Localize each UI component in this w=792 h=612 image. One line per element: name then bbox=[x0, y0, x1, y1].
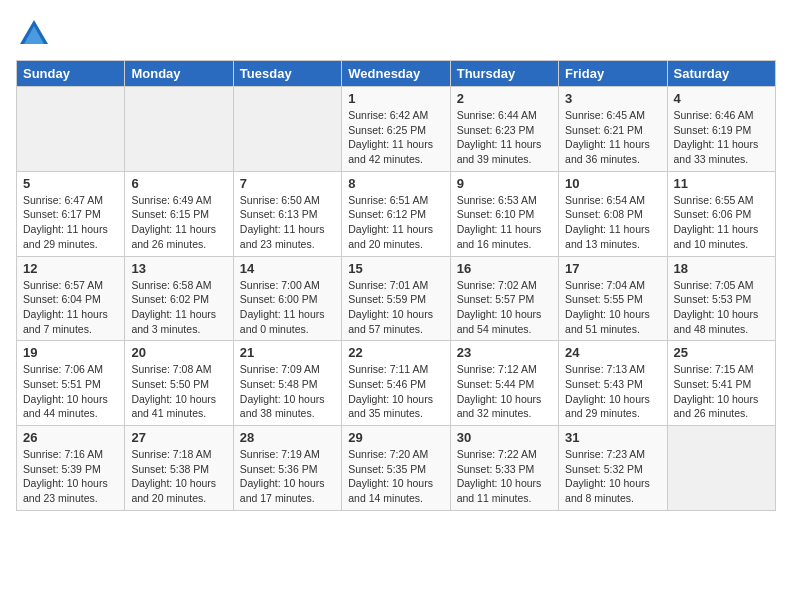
day-number: 16 bbox=[457, 261, 552, 276]
day-info: Sunrise: 7:02 AM Sunset: 5:57 PM Dayligh… bbox=[457, 278, 552, 337]
day-number: 9 bbox=[457, 176, 552, 191]
day-number: 13 bbox=[131, 261, 226, 276]
day-number: 19 bbox=[23, 345, 118, 360]
day-info: Sunrise: 7:15 AM Sunset: 5:41 PM Dayligh… bbox=[674, 362, 769, 421]
day-number: 29 bbox=[348, 430, 443, 445]
day-info: Sunrise: 6:51 AM Sunset: 6:12 PM Dayligh… bbox=[348, 193, 443, 252]
day-info: Sunrise: 7:08 AM Sunset: 5:50 PM Dayligh… bbox=[131, 362, 226, 421]
calendar-cell: 24Sunrise: 7:13 AM Sunset: 5:43 PM Dayli… bbox=[559, 341, 667, 426]
day-info: Sunrise: 7:04 AM Sunset: 5:55 PM Dayligh… bbox=[565, 278, 660, 337]
calendar-cell: 18Sunrise: 7:05 AM Sunset: 5:53 PM Dayli… bbox=[667, 256, 775, 341]
day-number: 7 bbox=[240, 176, 335, 191]
calendar-week-row: 1Sunrise: 6:42 AM Sunset: 6:25 PM Daylig… bbox=[17, 87, 776, 172]
calendar-week-row: 12Sunrise: 6:57 AM Sunset: 6:04 PM Dayli… bbox=[17, 256, 776, 341]
day-number: 11 bbox=[674, 176, 769, 191]
calendar-cell bbox=[233, 87, 341, 172]
calendar-cell: 16Sunrise: 7:02 AM Sunset: 5:57 PM Dayli… bbox=[450, 256, 558, 341]
calendar-cell: 13Sunrise: 6:58 AM Sunset: 6:02 PM Dayli… bbox=[125, 256, 233, 341]
day-number: 3 bbox=[565, 91, 660, 106]
day-info: Sunrise: 6:55 AM Sunset: 6:06 PM Dayligh… bbox=[674, 193, 769, 252]
calendar-cell: 22Sunrise: 7:11 AM Sunset: 5:46 PM Dayli… bbox=[342, 341, 450, 426]
calendar-cell: 14Sunrise: 7:00 AM Sunset: 6:00 PM Dayli… bbox=[233, 256, 341, 341]
day-info: Sunrise: 7:13 AM Sunset: 5:43 PM Dayligh… bbox=[565, 362, 660, 421]
day-number: 2 bbox=[457, 91, 552, 106]
logo-icon bbox=[16, 16, 52, 52]
day-number: 23 bbox=[457, 345, 552, 360]
day-info: Sunrise: 7:00 AM Sunset: 6:00 PM Dayligh… bbox=[240, 278, 335, 337]
calendar-cell: 9Sunrise: 6:53 AM Sunset: 6:10 PM Daylig… bbox=[450, 171, 558, 256]
day-header-friday: Friday bbox=[559, 61, 667, 87]
calendar-cell: 10Sunrise: 6:54 AM Sunset: 6:08 PM Dayli… bbox=[559, 171, 667, 256]
calendar-cell: 29Sunrise: 7:20 AM Sunset: 5:35 PM Dayli… bbox=[342, 426, 450, 511]
day-number: 15 bbox=[348, 261, 443, 276]
day-info: Sunrise: 7:01 AM Sunset: 5:59 PM Dayligh… bbox=[348, 278, 443, 337]
day-info: Sunrise: 7:18 AM Sunset: 5:38 PM Dayligh… bbox=[131, 447, 226, 506]
calendar-cell: 25Sunrise: 7:15 AM Sunset: 5:41 PM Dayli… bbox=[667, 341, 775, 426]
day-number: 17 bbox=[565, 261, 660, 276]
day-info: Sunrise: 7:16 AM Sunset: 5:39 PM Dayligh… bbox=[23, 447, 118, 506]
day-header-wednesday: Wednesday bbox=[342, 61, 450, 87]
day-number: 12 bbox=[23, 261, 118, 276]
day-number: 25 bbox=[674, 345, 769, 360]
calendar-cell bbox=[667, 426, 775, 511]
day-info: Sunrise: 6:53 AM Sunset: 6:10 PM Dayligh… bbox=[457, 193, 552, 252]
calendar-week-row: 26Sunrise: 7:16 AM Sunset: 5:39 PM Dayli… bbox=[17, 426, 776, 511]
day-info: Sunrise: 6:57 AM Sunset: 6:04 PM Dayligh… bbox=[23, 278, 118, 337]
day-info: Sunrise: 7:19 AM Sunset: 5:36 PM Dayligh… bbox=[240, 447, 335, 506]
calendar-cell bbox=[17, 87, 125, 172]
day-number: 20 bbox=[131, 345, 226, 360]
calendar-cell: 11Sunrise: 6:55 AM Sunset: 6:06 PM Dayli… bbox=[667, 171, 775, 256]
day-info: Sunrise: 6:50 AM Sunset: 6:13 PM Dayligh… bbox=[240, 193, 335, 252]
day-number: 28 bbox=[240, 430, 335, 445]
day-info: Sunrise: 7:23 AM Sunset: 5:32 PM Dayligh… bbox=[565, 447, 660, 506]
calendar-cell: 7Sunrise: 6:50 AM Sunset: 6:13 PM Daylig… bbox=[233, 171, 341, 256]
day-info: Sunrise: 6:44 AM Sunset: 6:23 PM Dayligh… bbox=[457, 108, 552, 167]
calendar-cell: 4Sunrise: 6:46 AM Sunset: 6:19 PM Daylig… bbox=[667, 87, 775, 172]
day-info: Sunrise: 6:49 AM Sunset: 6:15 PM Dayligh… bbox=[131, 193, 226, 252]
calendar-table: SundayMondayTuesdayWednesdayThursdayFrid… bbox=[16, 60, 776, 511]
calendar-cell: 8Sunrise: 6:51 AM Sunset: 6:12 PM Daylig… bbox=[342, 171, 450, 256]
day-info: Sunrise: 7:05 AM Sunset: 5:53 PM Dayligh… bbox=[674, 278, 769, 337]
calendar-cell: 6Sunrise: 6:49 AM Sunset: 6:15 PM Daylig… bbox=[125, 171, 233, 256]
day-info: Sunrise: 6:42 AM Sunset: 6:25 PM Dayligh… bbox=[348, 108, 443, 167]
calendar-cell: 19Sunrise: 7:06 AM Sunset: 5:51 PM Dayli… bbox=[17, 341, 125, 426]
logo bbox=[16, 16, 56, 52]
day-number: 21 bbox=[240, 345, 335, 360]
calendar-cell: 26Sunrise: 7:16 AM Sunset: 5:39 PM Dayli… bbox=[17, 426, 125, 511]
day-info: Sunrise: 7:09 AM Sunset: 5:48 PM Dayligh… bbox=[240, 362, 335, 421]
day-header-sunday: Sunday bbox=[17, 61, 125, 87]
calendar-cell: 31Sunrise: 7:23 AM Sunset: 5:32 PM Dayli… bbox=[559, 426, 667, 511]
calendar-cell: 21Sunrise: 7:09 AM Sunset: 5:48 PM Dayli… bbox=[233, 341, 341, 426]
calendar-header-row: SundayMondayTuesdayWednesdayThursdayFrid… bbox=[17, 61, 776, 87]
day-info: Sunrise: 6:47 AM Sunset: 6:17 PM Dayligh… bbox=[23, 193, 118, 252]
calendar-cell bbox=[125, 87, 233, 172]
calendar-cell: 3Sunrise: 6:45 AM Sunset: 6:21 PM Daylig… bbox=[559, 87, 667, 172]
day-number: 30 bbox=[457, 430, 552, 445]
day-number: 8 bbox=[348, 176, 443, 191]
calendar-cell: 20Sunrise: 7:08 AM Sunset: 5:50 PM Dayli… bbox=[125, 341, 233, 426]
day-header-monday: Monday bbox=[125, 61, 233, 87]
day-info: Sunrise: 6:54 AM Sunset: 6:08 PM Dayligh… bbox=[565, 193, 660, 252]
calendar-week-row: 5Sunrise: 6:47 AM Sunset: 6:17 PM Daylig… bbox=[17, 171, 776, 256]
calendar-week-row: 19Sunrise: 7:06 AM Sunset: 5:51 PM Dayli… bbox=[17, 341, 776, 426]
day-number: 6 bbox=[131, 176, 226, 191]
day-info: Sunrise: 7:20 AM Sunset: 5:35 PM Dayligh… bbox=[348, 447, 443, 506]
day-header-saturday: Saturday bbox=[667, 61, 775, 87]
calendar-cell: 28Sunrise: 7:19 AM Sunset: 5:36 PM Dayli… bbox=[233, 426, 341, 511]
calendar-cell: 2Sunrise: 6:44 AM Sunset: 6:23 PM Daylig… bbox=[450, 87, 558, 172]
page-header bbox=[16, 16, 776, 52]
day-number: 14 bbox=[240, 261, 335, 276]
day-number: 5 bbox=[23, 176, 118, 191]
day-number: 27 bbox=[131, 430, 226, 445]
day-info: Sunrise: 6:45 AM Sunset: 6:21 PM Dayligh… bbox=[565, 108, 660, 167]
day-header-tuesday: Tuesday bbox=[233, 61, 341, 87]
calendar-cell: 15Sunrise: 7:01 AM Sunset: 5:59 PM Dayli… bbox=[342, 256, 450, 341]
day-number: 24 bbox=[565, 345, 660, 360]
day-number: 31 bbox=[565, 430, 660, 445]
day-info: Sunrise: 7:22 AM Sunset: 5:33 PM Dayligh… bbox=[457, 447, 552, 506]
day-number: 10 bbox=[565, 176, 660, 191]
day-info: Sunrise: 7:11 AM Sunset: 5:46 PM Dayligh… bbox=[348, 362, 443, 421]
day-header-thursday: Thursday bbox=[450, 61, 558, 87]
calendar-cell: 17Sunrise: 7:04 AM Sunset: 5:55 PM Dayli… bbox=[559, 256, 667, 341]
day-info: Sunrise: 7:06 AM Sunset: 5:51 PM Dayligh… bbox=[23, 362, 118, 421]
